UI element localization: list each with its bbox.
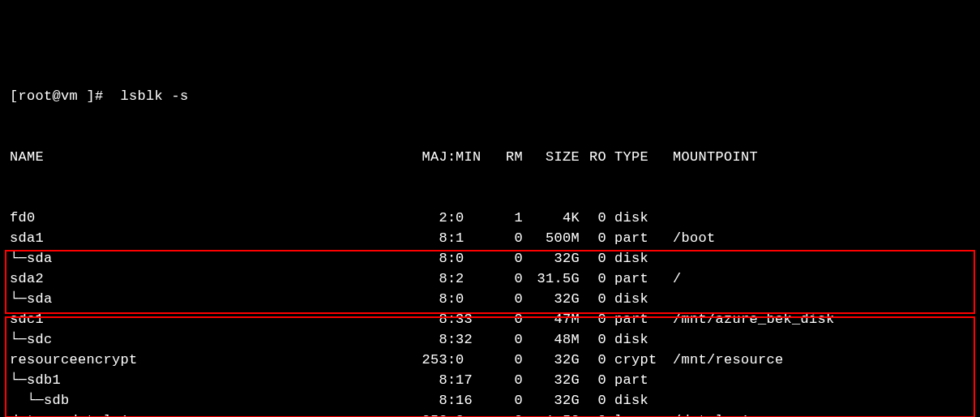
cell-name: └─sdb1 [10,370,411,390]
cell-rm: 0 [482,289,523,309]
cell-ro: 0 [580,370,606,390]
col-size: SIZE [523,147,580,167]
cell-ro: 0 [580,411,606,417]
cell-name: fd0 [10,208,411,228]
cell-name: sda1 [10,228,411,248]
cell-type: disk [606,390,663,411]
cell-type: part [606,309,663,329]
cell-rm: 0 [482,329,523,350]
cell-ro: 0 [580,269,606,289]
table-row: sda28:2031.5G0part/ [10,269,970,289]
cell-min: 2 [456,269,482,289]
cell-type: disk [606,248,663,269]
cell-type: disk [606,329,663,350]
table-row: resourceencrypt253:0032G0crypt/mnt/resou… [10,350,970,370]
cell-maj: 8 [411,390,447,411]
cell-name: resourceencrypt [10,350,411,370]
cell-rm: 0 [482,370,523,390]
cell-sep: : [447,208,456,228]
cell-sep: : [447,309,456,329]
cell-sep: : [447,228,456,248]
cell-size: 31.5G [523,269,580,289]
cell-ro: 0 [580,228,606,248]
cell-maj: 8 [411,309,447,329]
cell-sep: : [447,370,456,390]
cell-rm: 0 [482,411,523,417]
cell-size: 4K [523,208,580,228]
cell-sep: : [447,329,456,350]
cell-type: part [606,370,663,390]
cell-min: 0 [456,208,482,228]
col-mountpoint: MOUNTPOINT [663,147,758,167]
cell-rm: 0 [482,269,523,289]
col-ro: RO [580,147,606,167]
cell-min: 0 [456,248,482,269]
prompt-text: [root@vm ]# lsblk -s [10,88,189,104]
cell-size: 1.5G [523,411,580,417]
cell-ro: 0 [580,289,606,309]
cell-size: 47M [523,309,580,329]
table-row: └─sda8:0032G0disk [10,248,970,269]
table-row: sdc18:33047M0part/mnt/azure_bek_disk [10,309,970,329]
cell-size: 32G [523,350,580,370]
cell-sep: : [447,289,456,309]
cell-ro: 0 [580,208,606,228]
cell-size: 32G [523,370,580,390]
cell-name: └─sdc [10,329,411,350]
cell-min: 3 [456,411,482,417]
cell-min: 32 [456,329,482,350]
cell-rm: 0 [482,350,523,370]
cell-ro: 0 [580,329,606,350]
cell-mountpoint: /mnt/azure_bek_disk [663,309,835,329]
cell-maj: 8 [411,269,447,289]
cell-type: lvm [606,411,663,417]
cell-maj: 253 [411,411,447,417]
cell-min: 1 [456,228,482,248]
table-body: fd02:014K0disksda18:10500M0part/boot└─sd… [10,208,970,417]
cell-name: └─sda [10,248,411,269]
table-row: datavg-datalv1253:301.5G0lvm/datalvm1 [10,411,970,417]
cell-mountpoint: /datalvm1 [663,411,750,417]
col-type: TYPE [606,147,663,167]
cell-maj: 253 [411,350,447,370]
shell-prompt: [root@vm ]# lsblk -s [10,86,970,106]
cell-name: sda2 [10,269,411,289]
col-name: NAME [10,147,411,167]
table-row: └─sdb8:16032G0disk [10,390,970,411]
cell-size: 32G [523,289,580,309]
cell-size: 48M [523,329,580,350]
cell-name: datavg-datalv1 [10,411,411,417]
cell-type: part [606,269,663,289]
cell-rm: 0 [482,309,523,329]
cell-mountpoint: /boot [663,228,716,248]
table-header: NAMEMAJ:MINRMSIZEROTYPEMOUNTPOINT [10,147,970,167]
cell-rm: 0 [482,390,523,411]
cell-type: disk [606,208,663,228]
cell-sep: : [447,350,456,370]
cell-maj: 8 [411,228,447,248]
cell-size: 500M [523,228,580,248]
table-row: └─sdc8:32048M0disk [10,329,970,350]
table-row: └─sdb18:17032G0part [10,370,970,390]
cell-ro: 0 [580,350,606,370]
cell-size: 32G [523,248,580,269]
col-sep: : [447,147,456,167]
cell-maj: 2 [411,208,447,228]
cell-sep: : [447,411,456,417]
cell-type: part [606,228,663,248]
cell-min: 16 [456,390,482,411]
cell-rm: 0 [482,228,523,248]
col-rm: RM [482,147,523,167]
cell-rm: 0 [482,248,523,269]
cell-maj: 8 [411,329,447,350]
table-row: fd02:014K0disk [10,208,970,228]
cell-ro: 0 [580,390,606,411]
col-min: MIN [456,147,482,167]
cell-min: 0 [456,350,482,370]
col-majmin: MAJ [411,147,447,167]
cell-type: disk [606,289,663,309]
cell-sep: : [447,269,456,289]
cell-maj: 8 [411,289,447,309]
table-row: sda18:10500M0part/boot [10,228,970,248]
cell-sep: : [447,390,456,411]
